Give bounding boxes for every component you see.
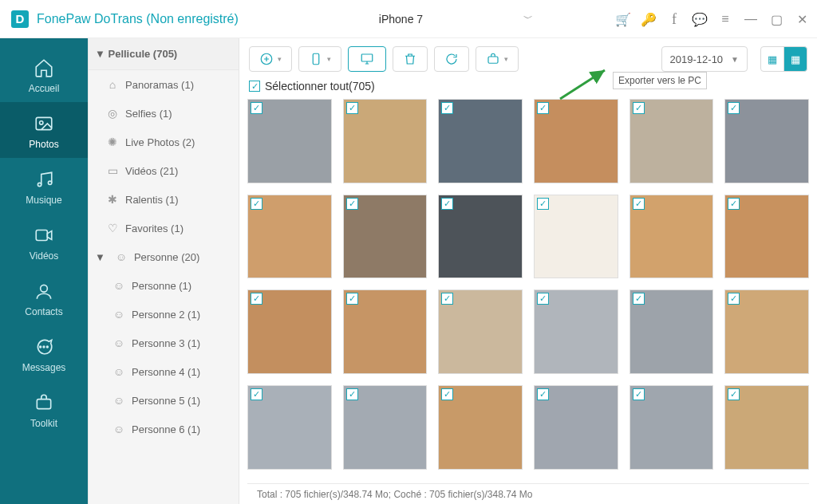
delete-button[interactable] xyxy=(393,46,428,72)
tree-item-people[interactable]: ▼ ☺Personne (20) xyxy=(89,242,239,271)
photo-thumbnail[interactable]: ✓ xyxy=(724,195,809,279)
add-button[interactable]: ▾ xyxy=(249,46,292,72)
sidebar-item-contacts[interactable]: Contacts xyxy=(0,270,88,325)
minimize-icon[interactable]: — xyxy=(744,12,758,26)
facebook-icon[interactable]: f xyxy=(667,12,681,26)
thumbnail-checkbox[interactable]: ✓ xyxy=(728,198,740,210)
tree-item-videos[interactable]: ▭Vidéos (21) xyxy=(89,156,239,185)
video-icon xyxy=(34,225,54,246)
sidebar-item-home[interactable]: Accueil xyxy=(0,46,88,102)
thumbnail-checkbox[interactable]: ✓ xyxy=(728,102,740,114)
thumbnail-checkbox[interactable]: ✓ xyxy=(633,388,645,400)
grid-small-icon[interactable]: ▦ xyxy=(783,46,807,72)
svg-point-1 xyxy=(40,121,43,124)
feedback-icon[interactable]: 💬 xyxy=(693,12,707,26)
thumbnail-checkbox[interactable]: ✓ xyxy=(728,293,740,305)
thumbnail-checkbox[interactable]: ✓ xyxy=(728,388,740,400)
view-toggle: ▦ ▦ xyxy=(760,46,807,72)
toolbox-icon xyxy=(486,52,500,66)
thumbnail-checkbox[interactable]: ✓ xyxy=(441,388,453,400)
photo-thumbnail[interactable]: ✓ xyxy=(724,99,809,183)
tree-item-person-5[interactable]: ☺Personne 5 (1) xyxy=(89,386,239,415)
thumbnail-checkbox[interactable]: ✓ xyxy=(441,293,453,305)
photo-thumbnail[interactable]: ✓ xyxy=(534,99,618,183)
sidebar-item-photos[interactable]: Photos xyxy=(0,102,88,158)
thumbnail-checkbox[interactable]: ✓ xyxy=(251,293,262,305)
photo-thumbnail[interactable]: ✓ xyxy=(438,195,523,279)
photo-thumbnail[interactable]: ✓ xyxy=(534,385,618,470)
thumbnail-checkbox[interactable]: ✓ xyxy=(346,198,358,210)
photo-thumbnail[interactable]: ✓ xyxy=(247,99,332,183)
photo-thumbnail[interactable]: ✓ xyxy=(247,289,332,374)
thumbnail-checkbox[interactable]: ✓ xyxy=(346,388,358,400)
tree-item-person-2[interactable]: ☺Personne 2 (1) xyxy=(89,300,239,329)
thumbnail-checkbox[interactable]: ✓ xyxy=(537,388,549,400)
photo-thumbnail[interactable]: ✓ xyxy=(438,385,523,470)
photo-thumbnail[interactable]: ✓ xyxy=(343,99,428,183)
photo-thumbnail[interactable]: ✓ xyxy=(630,99,714,183)
tree-item-selfies[interactable]: ◎Selfies (1) xyxy=(89,99,239,128)
select-all-checkbox[interactable]: ✓ xyxy=(249,81,260,92)
tree-item-livephotos[interactable]: ✺Live Photos (2) xyxy=(89,128,239,156)
tree-item-person-6[interactable]: ☺Personne 6 (1) xyxy=(89,415,239,443)
thumbnail-checkbox[interactable]: ✓ xyxy=(251,198,262,210)
photo-thumbnail[interactable]: ✓ xyxy=(438,99,523,183)
sidebar-item-messages[interactable]: Messages xyxy=(0,325,88,381)
thumbnail-checkbox[interactable]: ✓ xyxy=(537,293,549,305)
export-to-device-button[interactable]: ▾ xyxy=(298,46,341,72)
photo-thumbnail[interactable]: ✓ xyxy=(438,289,523,374)
grid-large-icon[interactable]: ▦ xyxy=(760,46,784,72)
photo-thumbnail[interactable]: ✓ xyxy=(534,195,618,279)
tree-item-panoramas[interactable]: ⌂Panoramas (1) xyxy=(89,70,239,99)
photo-thumbnail[interactable]: ✓ xyxy=(724,385,809,470)
thumbnail-checkbox[interactable]: ✓ xyxy=(633,102,645,114)
thumbnail-checkbox[interactable]: ✓ xyxy=(251,102,262,114)
maximize-icon[interactable]: ▢ xyxy=(769,12,783,26)
sidebar-item-videos[interactable]: Vidéos xyxy=(0,214,88,270)
tree-item-person-1[interactable]: ☺Personne (1) xyxy=(89,271,239,300)
photo-thumbnail[interactable]: ✓ xyxy=(343,289,428,374)
photo-thumbnail[interactable]: ✓ xyxy=(534,289,618,374)
select-all-row[interactable]: ✓ Sélectionner tout(705) xyxy=(239,80,817,96)
toolkit-icon xyxy=(34,392,54,413)
date-filter[interactable]: 2019-12-10 ▼ xyxy=(661,46,748,72)
photo-thumbnail[interactable]: ✓ xyxy=(630,385,714,470)
photo-thumbnail[interactable]: ✓ xyxy=(343,385,428,470)
tree-item-person-4[interactable]: ☺Personne 4 (1) xyxy=(89,357,239,386)
photo-thumbnail[interactable]: ✓ xyxy=(724,289,809,374)
thumbnail-checkbox[interactable]: ✓ xyxy=(633,293,645,305)
photo-thumbnail[interactable]: ✓ xyxy=(630,289,714,374)
export-to-pc-button[interactable] xyxy=(348,46,386,72)
thumbnail-checkbox[interactable]: ✓ xyxy=(441,198,453,210)
tree-item-favorites[interactable]: ♡Favorites (1) xyxy=(89,214,239,242)
sidebar-item-music[interactable]: Musique xyxy=(0,158,88,214)
photo-thumbnail[interactable]: ✓ xyxy=(630,195,714,279)
thumbnail-checkbox[interactable]: ✓ xyxy=(537,102,549,114)
thumbnail-checkbox[interactable]: ✓ xyxy=(633,198,645,210)
thumbnail-checkbox[interactable]: ✓ xyxy=(251,388,262,400)
cart-icon[interactable]: 🛒 xyxy=(616,12,630,26)
photo-thumbnail[interactable]: ✓ xyxy=(247,385,332,470)
tree-item-slowmo[interactable]: ✱Ralentis (1) xyxy=(89,185,239,214)
photo-thumbnail[interactable]: ✓ xyxy=(343,195,428,279)
tree-root-pellicule[interactable]: ▼ Pellicule (705) xyxy=(89,38,239,70)
person-icon: ☺ xyxy=(112,394,125,407)
menu-icon[interactable]: ≡ xyxy=(718,12,732,26)
svg-rect-11 xyxy=(313,53,319,65)
toolbox-button[interactable]: ▾ xyxy=(476,46,519,72)
sidebar-item-toolkit[interactable]: Toolkit xyxy=(0,381,88,437)
thumbnail-checkbox[interactable]: ✓ xyxy=(537,198,549,210)
chevron-down-icon: ▼ xyxy=(731,55,739,64)
device-selector[interactable]: iPhone 7 ﹀ xyxy=(374,12,533,26)
person-icon: ☺ xyxy=(112,337,125,349)
tree-item-person-3[interactable]: ☺Personne 3 (1) xyxy=(89,329,239,357)
thumbnail-checkbox[interactable]: ✓ xyxy=(346,102,358,114)
rail-label: Messages xyxy=(22,362,66,373)
close-icon[interactable]: ✕ xyxy=(795,12,809,26)
thumbnail-checkbox[interactable]: ✓ xyxy=(441,102,453,114)
refresh-button[interactable] xyxy=(434,46,469,72)
phone-icon xyxy=(309,52,323,66)
thumbnail-checkbox[interactable]: ✓ xyxy=(346,293,358,305)
photo-thumbnail[interactable]: ✓ xyxy=(247,195,332,279)
key-icon[interactable]: 🔑 xyxy=(641,12,656,26)
